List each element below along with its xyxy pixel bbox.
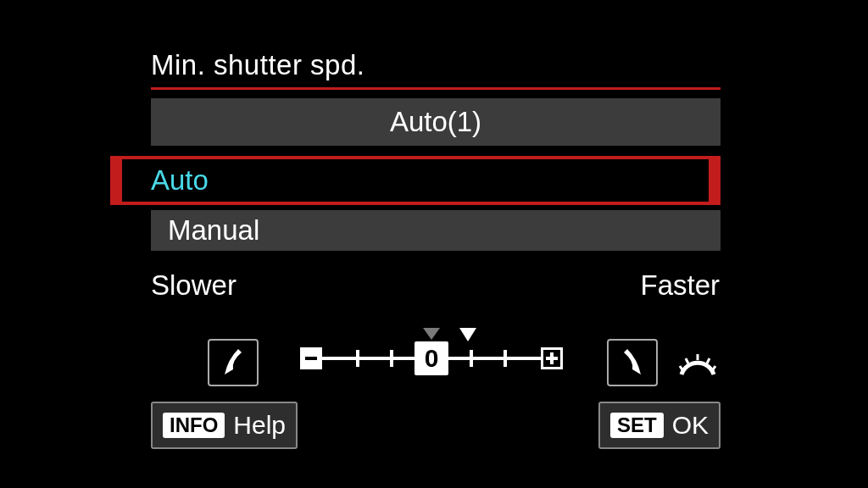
info-help-button[interactable]: INFO Help <box>151 402 298 449</box>
slider-decrease-button[interactable] <box>208 339 259 386</box>
slider-zero-label: 0 <box>415 341 448 375</box>
svg-line-0 <box>680 366 683 371</box>
option-auto-label: Auto <box>122 159 709 202</box>
set-pill: SET <box>610 413 664 438</box>
option-manual[interactable]: Manual <box>151 210 721 251</box>
plus-icon <box>541 347 563 369</box>
minus-icon <box>300 347 322 369</box>
slider-current-marker <box>459 328 476 341</box>
set-ok-button[interactable]: SET OK <box>598 402 721 449</box>
speed-slider[interactable]: 0 <box>300 335 563 385</box>
current-value-banner: Auto(1) <box>151 98 721 146</box>
slider-increase-button[interactable] <box>607 339 658 386</box>
set-label: OK <box>672 411 709 440</box>
slider-tick <box>470 350 473 367</box>
svg-line-3 <box>707 358 709 363</box>
slider-tick <box>390 350 393 367</box>
svg-line-1 <box>686 358 688 363</box>
camera-menu-screen: Min. shutter spd. Auto(1) Auto Manual Sl… <box>0 0 868 488</box>
dial-icon <box>678 352 717 376</box>
svg-line-4 <box>712 366 715 371</box>
arrow-right-icon <box>609 341 656 385</box>
slider-tick <box>356 350 359 367</box>
page-title: Min. shutter spd. <box>151 49 364 81</box>
option-manual-label: Manual <box>168 214 259 247</box>
slider-tick <box>504 350 507 367</box>
current-value-text: Auto(1) <box>390 106 481 138</box>
info-label: Help <box>233 411 286 440</box>
title-underline <box>151 87 721 90</box>
slower-label: Slower <box>151 269 236 302</box>
arrow-left-icon <box>209 341 257 385</box>
option-auto[interactable]: Auto <box>110 156 721 205</box>
faster-label: Faster <box>640 269 720 302</box>
info-pill: INFO <box>163 413 225 438</box>
slider-default-marker <box>423 328 440 340</box>
